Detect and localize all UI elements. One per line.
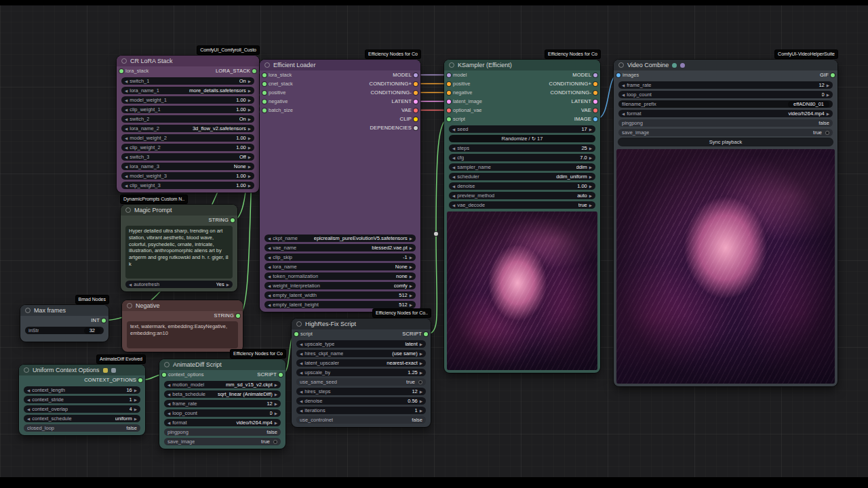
increment-icon[interactable]: ▶ bbox=[589, 165, 592, 169]
decrement-icon[interactable]: ◀ bbox=[452, 165, 455, 169]
increment-icon[interactable]: ▶ bbox=[589, 156, 592, 160]
increment-icon[interactable]: ▶ bbox=[248, 98, 251, 102]
widget-switch-3[interactable]: ◀switch_3Off▶ bbox=[121, 153, 254, 161]
decrement-icon[interactable]: ◀ bbox=[452, 127, 455, 131]
port-dot-icon[interactable] bbox=[447, 91, 451, 95]
graph-canvas[interactable]: ComfyUI_Comfyroll_Custo CR LoRA Stack lo… bbox=[0, 0, 868, 488]
widget-vae-decode[interactable]: ◀vae_decodetrue▶ bbox=[449, 201, 595, 209]
decrement-icon[interactable]: ◀ bbox=[300, 399, 302, 403]
node-header[interactable]: AnimateDiff Script bbox=[159, 359, 285, 370]
decrement-icon[interactable]: ◀ bbox=[268, 303, 271, 307]
port-dot-icon[interactable] bbox=[236, 314, 240, 318]
widget-frame-rate[interactable]: ◀frame_rate12▶ bbox=[164, 400, 281, 407]
increment-icon[interactable]: ▶ bbox=[248, 184, 251, 188]
decrement-icon[interactable]: ◀ bbox=[300, 409, 302, 413]
widget-value[interactable]: effADN80_01 bbox=[788, 101, 829, 108]
increment-icon[interactable]: ▶ bbox=[827, 83, 829, 87]
increment-icon[interactable]: ▶ bbox=[275, 392, 277, 396]
port-dot-icon[interactable] bbox=[447, 108, 451, 113]
increment-icon[interactable]: ▶ bbox=[827, 112, 829, 116]
increment-icon[interactable]: ▶ bbox=[420, 342, 422, 346]
widget-preview-method[interactable]: ◀preview_methodauto▶ bbox=[449, 192, 595, 199]
output-port-string[interactable]: STRING bbox=[208, 217, 235, 223]
decrement-icon[interactable]: ◀ bbox=[125, 174, 127, 178]
node-header[interactable]: CR LoRA Stack bbox=[117, 56, 259, 66]
reroute-dot[interactable] bbox=[434, 232, 438, 236]
widget-closed-loop[interactable]: closed_loopfalse bbox=[24, 424, 140, 432]
port-dot-icon[interactable] bbox=[831, 73, 835, 77]
prompt-textarea[interactable]: Hyper detailed ultra sharp, trending on … bbox=[125, 226, 233, 279]
widget-value[interactable]: 32 bbox=[84, 327, 100, 334]
port-dot-icon[interactable] bbox=[414, 82, 418, 86]
increment-icon[interactable]: ▶ bbox=[248, 127, 251, 131]
increment-icon[interactable]: ▶ bbox=[134, 398, 137, 402]
widget-lora-name-3[interactable]: ◀lora_name_3None▶ bbox=[121, 163, 254, 170]
widget-upscale-type[interactable]: ◀upscale_typelatent▶ bbox=[296, 340, 426, 348]
decrement-icon[interactable]: ◀ bbox=[622, 112, 625, 116]
port-dot-icon[interactable] bbox=[279, 373, 283, 377]
widget-loop-count[interactable]: ◀loop_count0▶ bbox=[164, 409, 281, 417]
increment-icon[interactable]: ▶ bbox=[275, 411, 277, 415]
decrement-icon[interactable]: ◀ bbox=[452, 194, 455, 198]
decrement-icon[interactable]: ◀ bbox=[268, 274, 271, 279]
increment-icon[interactable]: ▶ bbox=[248, 174, 251, 178]
widget-save-image[interactable]: save_imagetrue bbox=[618, 129, 833, 136]
decrement-icon[interactable]: ◀ bbox=[125, 165, 127, 169]
node-max-frames[interactable]: Bmad Nodes Max frames INT inStr32 bbox=[20, 305, 108, 342]
widget-sync-playback[interactable]: Sync playback bbox=[618, 138, 833, 146]
decrement-icon[interactable]: ◀ bbox=[125, 127, 127, 131]
widget-token-normalization[interactable]: ◀token_normalizationnone▶ bbox=[264, 272, 416, 280]
toggle-dot-icon[interactable] bbox=[418, 380, 422, 384]
widget-denoise[interactable]: ◀denoise0.56▶ bbox=[296, 397, 426, 405]
port-dot-icon[interactable] bbox=[447, 117, 451, 121]
toggle-dot-icon[interactable] bbox=[273, 440, 277, 444]
widget-use-same-seed[interactable]: use_same_seedtrue bbox=[296, 378, 426, 386]
node-video-combine[interactable]: ComfyUI-VideoHelperSuite Video Combine i… bbox=[614, 60, 837, 386]
port-dot-icon[interactable] bbox=[447, 100, 451, 104]
decrement-icon[interactable]: ◀ bbox=[452, 203, 455, 207]
decrement-icon[interactable]: ◀ bbox=[129, 283, 132, 287]
input-port-script[interactable]: script bbox=[294, 331, 313, 337]
increment-icon[interactable]: ▶ bbox=[410, 256, 412, 260]
increment-icon[interactable]: ▶ bbox=[275, 402, 277, 406]
node-magic-prompt[interactable]: DynamicPrompts Custom N.. Magic Prompt S… bbox=[121, 205, 237, 291]
increment-icon[interactable]: ▶ bbox=[410, 265, 412, 269]
widget-format[interactable]: ◀formatvideo/h264.mp4▶ bbox=[164, 419, 281, 426]
increment-icon[interactable]: ▶ bbox=[248, 155, 251, 159]
widget-weight-interpretation[interactable]: ◀weight_interpretationcomfy▶ bbox=[264, 282, 416, 289]
increment-icon[interactable]: ▶ bbox=[248, 136, 251, 140]
port-dot-icon[interactable] bbox=[119, 69, 123, 73]
collapse-icon[interactable] bbox=[618, 62, 624, 68]
decrement-icon[interactable]: ◀ bbox=[268, 284, 271, 288]
decrement-icon[interactable]: ◀ bbox=[300, 371, 302, 375]
output-port-dependencies[interactable]: DEPENDENCIES bbox=[370, 125, 418, 131]
increment-icon[interactable]: ▶ bbox=[589, 184, 592, 188]
decrement-icon[interactable]: ◀ bbox=[300, 361, 302, 365]
increment-icon[interactable]: ▶ bbox=[589, 175, 592, 179]
widget-model-weight-1[interactable]: ◀model_weight_11.00▶ bbox=[121, 96, 254, 104]
widget-context-stride[interactable]: ◀context_stride1▶ bbox=[24, 396, 140, 403]
increment-icon[interactable]: ▶ bbox=[589, 146, 592, 150]
increment-icon[interactable]: ▶ bbox=[248, 146, 251, 150]
port-dot-icon[interactable] bbox=[414, 91, 418, 95]
port-dot-icon[interactable] bbox=[616, 73, 620, 77]
widget-clip-weight-2[interactable]: ◀clip_weight_21.00▶ bbox=[121, 144, 254, 151]
widget-loop-count[interactable]: ◀loop_count0▶ bbox=[618, 91, 833, 98]
port-dot-icon[interactable] bbox=[424, 332, 428, 336]
node-header[interactable]: HighRes-Fix Script bbox=[292, 319, 431, 329]
node-uniform-context-options[interactable]: AnimateDiff Evolved Uniform Context Opti… bbox=[19, 365, 145, 435]
node-header[interactable]: Uniform Context Options bbox=[19, 365, 145, 375]
increment-icon[interactable]: ▶ bbox=[589, 194, 592, 198]
widget-pingpong[interactable]: pingpongfalse bbox=[164, 428, 281, 436]
widget-steps[interactable]: ◀steps25▶ bbox=[449, 144, 595, 152]
increment-icon[interactable]: ▶ bbox=[410, 293, 412, 298]
output-port-conditioning[interactable]: CONDITIONING+ bbox=[370, 81, 418, 87]
decrement-icon[interactable]: ◀ bbox=[268, 246, 271, 250]
output-port-vae[interactable]: VAE bbox=[401, 107, 418, 113]
increment-icon[interactable]: ▶ bbox=[420, 371, 422, 375]
node-negative-prompt[interactable]: Negative STRING text, watermark, embeddi… bbox=[122, 300, 243, 352]
collapse-icon[interactable] bbox=[24, 367, 29, 373]
widget-denoise[interactable]: ◀denoise1.00▶ bbox=[449, 182, 595, 190]
widget-clip-weight-1[interactable]: ◀clip_weight_11.00▶ bbox=[121, 106, 254, 113]
output-port-conditioning[interactable]: CONDITIONING+ bbox=[549, 81, 597, 87]
